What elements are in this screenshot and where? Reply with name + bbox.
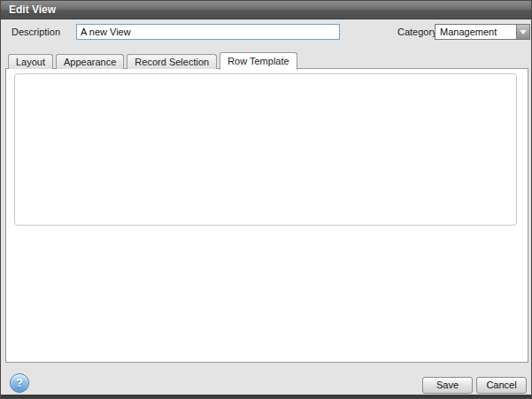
- tab-layout[interactable]: Layout: [8, 54, 53, 69]
- tab-appearance[interactable]: Appearance: [56, 54, 124, 69]
- tab-row-template[interactable]: Row Template: [220, 52, 297, 70]
- dropdown-arrow-icon[interactable]: [516, 25, 529, 39]
- description-label: Description: [12, 27, 60, 37]
- dialog-footer: ? Save Cancel: [1, 363, 531, 398]
- tab-strip: LayoutAppearanceRecord SelectionRow Temp…: [8, 51, 300, 69]
- category-label: Category: [397, 27, 437, 37]
- cancel-button[interactable]: Cancel: [476, 377, 527, 394]
- row-template-groupbox: [14, 73, 517, 226]
- dialog-bottom-edge: [1, 395, 531, 398]
- edit-view-dialog: Edit View Description Category Managemen…: [0, 0, 532, 399]
- category-select[interactable]: Management: [435, 24, 530, 40]
- description-input[interactable]: [76, 24, 340, 40]
- tab-record-selection[interactable]: Record Selection: [127, 54, 217, 69]
- dialog-title: Edit View: [1, 1, 531, 19]
- save-button[interactable]: Save: [422, 377, 473, 394]
- category-selected-value: Management: [436, 27, 516, 37]
- help-icon[interactable]: ?: [10, 373, 29, 393]
